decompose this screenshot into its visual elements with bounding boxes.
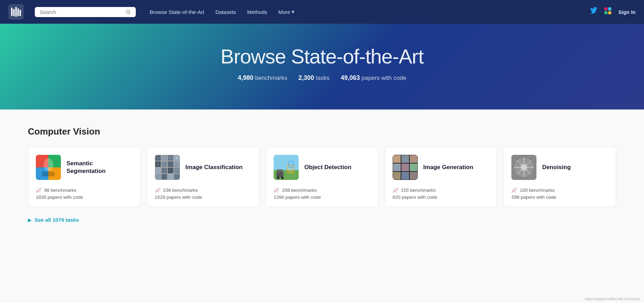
card-stats-image-generation: 📈 155 benchmarks 620 papers with code (393, 188, 489, 200)
main-content: Computer Vision Semantic Segmentation (0, 109, 644, 237)
card-stats-image-classification: 📈 236 benchmarks 1629 papers with code (155, 188, 252, 200)
card-thumb-semantic-segmentation (36, 155, 61, 180)
svg-point-16 (44, 158, 53, 171)
svg-point-6 (126, 10, 129, 13)
benchmarks-stat: 4,980 benchmarks (238, 74, 287, 82)
svg-rect-11 (608, 11, 611, 14)
svg-point-32 (520, 164, 527, 171)
card-header: 1 0 0 1 8 Image Classi (155, 155, 252, 180)
nav-browse[interactable]: Browse State-of-the-Art (150, 9, 204, 15)
chart-icon: 📈 (511, 188, 517, 193)
svg-rect-2 (13, 9, 15, 16)
card-benchmarks-image-generation: 📈 155 benchmarks (393, 188, 489, 193)
hero-title: Browse State-of-the-Art (221, 45, 424, 68)
card-header: Semantic Segmentation (36, 155, 133, 180)
search-input[interactable] (40, 9, 123, 15)
card-papers-semantic-segmentation: 1835 papers with code (36, 195, 133, 200)
card-object-detection[interactable]: Object Detection 📈 208 benchmarks 1390 p… (266, 147, 378, 207)
card-title-object-detection: Object Detection (304, 164, 351, 171)
card-benchmarks-image-classification: 📈 236 benchmarks (155, 188, 252, 193)
svg-rect-9 (608, 7, 611, 10)
see-all-link[interactable]: See all 1079 tasks (34, 217, 79, 223)
card-stats-denoising: 📈 100 benchmarks 598 papers with code (511, 188, 608, 200)
chart-icon: 📈 (274, 188, 279, 193)
slack-icon[interactable] (604, 7, 612, 17)
svg-rect-21 (277, 169, 283, 172)
svg-point-35 (532, 170, 533, 171)
card-denoising[interactable]: Denoising 📈 100 benchmarks 598 papers wi… (503, 147, 616, 207)
svg-point-33 (518, 163, 519, 164)
card-header: Denoising (511, 155, 608, 180)
chart-icon: 📈 (155, 188, 160, 193)
card-stats-object-detection: 📈 208 benchmarks 1390 papers with code (274, 188, 370, 200)
nav-right: Sign In (590, 7, 636, 17)
card-semantic-segmentation[interactable]: Semantic Segmentation 📈 98 benchmarks 18… (28, 147, 141, 207)
section-title: Computer Vision (28, 126, 616, 137)
card-title-denoising: Denoising (542, 164, 571, 171)
svg-point-36 (516, 174, 517, 174)
tasks-stat: 2,300 tasks (298, 74, 329, 82)
svg-point-22 (277, 176, 280, 179)
svg-rect-5 (19, 10, 21, 16)
card-title-image-generation: Image Generation (423, 164, 473, 171)
card-stats-semantic-segmentation: 📈 98 benchmarks 1835 papers with code (36, 188, 133, 200)
navbar: Browse State-of-the-Art Datasets Methods… (0, 0, 644, 24)
card-thumb-image-classification: 1 0 0 1 8 (155, 155, 180, 180)
card-image-generation[interactable]: Image Generation 📈 155 benchmarks 620 pa… (385, 147, 497, 207)
hero-section: Browse State-of-the-Art 4,980 benchmarks… (0, 24, 644, 109)
card-header: Image Generation (393, 155, 489, 180)
svg-rect-25 (289, 161, 293, 167)
see-all-arrow-icon: ▶ (28, 217, 32, 223)
card-papers-image-generation: 620 papers with code (393, 195, 489, 200)
nav-more[interactable]: More (278, 9, 294, 15)
nav-datasets[interactable]: Datasets (215, 9, 236, 15)
see-all-section: ▶ See all 1079 tasks (28, 217, 616, 223)
card-title-semantic-segmentation: Semantic Segmentation (66, 160, 133, 175)
card-benchmarks-object-detection: 📈 208 benchmarks (274, 188, 370, 193)
card-title-image-classification: Image Classification (186, 164, 243, 171)
chart-icon: 📈 (393, 188, 398, 193)
cards-row: Semantic Segmentation 📈 98 benchmarks 18… (28, 147, 616, 207)
hero-stats: 4,980 benchmarks 2,300 tasks 49,063 pape… (238, 74, 406, 82)
card-papers-denoising: 598 papers with code (511, 195, 608, 200)
svg-rect-3 (15, 7, 17, 17)
nav-links: Browse State-of-the-Art Datasets Methods… (150, 9, 581, 15)
card-benchmarks-denoising: 📈 100 benchmarks (511, 188, 608, 193)
card-thumb-denoising (511, 155, 536, 180)
twitter-icon[interactable] (590, 7, 597, 17)
card-image-classification[interactable]: 1 0 0 1 8 Image Classi (147, 147, 260, 207)
logo[interactable] (8, 4, 24, 20)
search-container[interactable] (35, 7, 136, 17)
card-thumb-object-detection (274, 155, 299, 180)
more-chevron-icon (292, 9, 294, 15)
nav-methods[interactable]: Methods (247, 9, 267, 15)
svg-rect-10 (604, 11, 607, 14)
svg-rect-20 (276, 172, 283, 177)
search-icon (125, 9, 131, 15)
chart-icon: 📈 (36, 188, 41, 193)
papers-stat: 49,063 papers with code (341, 74, 406, 82)
card-papers-image-classification: 1629 papers with code (155, 195, 252, 200)
card-header: Object Detection (274, 155, 370, 180)
svg-point-34 (528, 161, 529, 162)
svg-rect-8 (604, 7, 607, 10)
svg-point-23 (281, 176, 284, 179)
card-papers-object-detection: 1390 papers with code (274, 195, 370, 200)
sign-in-button[interactable]: Sign In (618, 9, 636, 15)
svg-rect-1 (11, 8, 13, 16)
svg-line-7 (129, 13, 130, 14)
svg-rect-17 (42, 172, 55, 176)
card-benchmarks-semantic-segmentation: 📈 98 benchmarks (36, 188, 133, 193)
card-thumb-image-generation (393, 155, 418, 180)
svg-rect-4 (17, 8, 19, 16)
